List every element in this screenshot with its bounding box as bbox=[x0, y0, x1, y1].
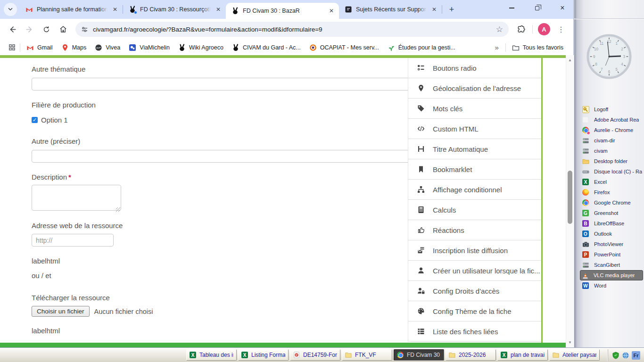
bookmark-civam-du-gard-ac[interactable]: CIVAM du Gard - Ac... bbox=[228, 42, 305, 53]
all-bookmarks-button[interactable]: Tous les favoris bbox=[508, 42, 568, 53]
taskbar-button-fd-civam-30[interactable]: FD Civam 30 : ... bbox=[394, 349, 444, 361]
bookmark-star-icon[interactable]: ☆ bbox=[496, 25, 503, 34]
bookmarks-overflow-button[interactable]: » bbox=[490, 43, 504, 51]
panel-item-thumbs-up[interactable]: Réactions bbox=[408, 220, 541, 240]
language-indicator[interactable]: Fr bbox=[632, 351, 640, 360]
panel-item-user-lock[interactable]: Config Droits d'accès bbox=[408, 281, 541, 301]
minimize-button[interactable] bbox=[505, 2, 518, 14]
address-bar[interactable]: civamgard.fr/agroecologie/?BazaR&vue=for… bbox=[75, 22, 509, 37]
panel-item-code[interactable]: Custom HTML bbox=[408, 119, 541, 139]
taskbar-button-label: Listing Formati... bbox=[251, 352, 285, 358]
bookmark-wiki-agroeco[interactable]: Wiki Agroeco bbox=[174, 42, 228, 53]
bookmark-ocapiat-mes-serv[interactable]: OCAPIAT - Mes serv... bbox=[305, 42, 383, 53]
panel-item-radio-list[interactable]: Boutons radio bbox=[408, 58, 541, 78]
panel-item-heading[interactable]: Titre Automatique bbox=[408, 139, 541, 159]
bookmark-viamichelin[interactable]: ViaMichelin bbox=[124, 42, 174, 53]
svg-text:10: 10 bbox=[594, 47, 599, 51]
desktop-icon-label: ScanGibert bbox=[594, 262, 620, 268]
taskbar-button-de14759-form[interactable]: DE14759-Form... bbox=[290, 349, 340, 361]
desktop-icon-aurelie-chrome[interactable]: Aurelie - Chrome bbox=[574, 125, 644, 135]
panel-item-user[interactable]: Créer un utilisateur lorsque la fic... bbox=[408, 261, 541, 281]
taskbar-button-ftk-vf[interactable]: FTK_VF bbox=[342, 349, 392, 361]
required-asterisk: * bbox=[68, 173, 71, 181]
back-button[interactable] bbox=[5, 22, 20, 37]
tab-close-icon[interactable]: ✕ bbox=[430, 6, 438, 13]
desktop-icon-libreoffbase[interactable]: BLibreOffBase bbox=[574, 218, 644, 229]
desktop-icon-label: VLC media player bbox=[594, 272, 635, 278]
home-button[interactable] bbox=[56, 22, 71, 37]
tab-close-icon[interactable]: ✕ bbox=[111, 6, 119, 13]
desktop-icon-powerpoint[interactable]: PPowerPoint bbox=[574, 249, 644, 260]
tab-4[interactable]: Sujets Récents sur Support - Fo✕ bbox=[339, 0, 442, 19]
panel-item-mail-list[interactable]: Inscription liste diffusion bbox=[408, 240, 541, 261]
desktop-icon-adobe-acrobat-rea[interactable]: Adobe Acrobat Rea bbox=[574, 115, 644, 125]
extensions-icon[interactable] bbox=[513, 22, 528, 37]
panel-item-palette[interactable]: Config Thème de la fiche bbox=[408, 301, 541, 321]
site-info-icon[interactable] bbox=[81, 26, 88, 33]
forward-button[interactable] bbox=[22, 22, 37, 37]
panel-item-th-list[interactable]: Liste des fiches liées bbox=[408, 321, 541, 342]
taskbar-button-2025-2026[interactable]: 2025-2026 bbox=[446, 349, 496, 361]
tab-strip: Planning salle de formation / Li✕FD Civa… bbox=[0, 0, 573, 19]
bookmark-label: Études pour la gesti... bbox=[398, 44, 455, 51]
bookmark-maps[interactable]: Maps bbox=[57, 42, 91, 53]
bookmark-vivea[interactable]: Vivea bbox=[91, 42, 124, 53]
restore-button[interactable] bbox=[531, 2, 543, 14]
tab-close-icon[interactable]: ✕ bbox=[328, 7, 335, 15]
choose-file-button[interactable]: Choisir un fichier bbox=[32, 306, 90, 317]
panel-item-flow[interactable]: Affichage conditionnel bbox=[408, 180, 541, 200]
desktop-icon-vlc-media-player[interactable]: VLC media player bbox=[580, 270, 643, 280]
scroll-up-icon[interactable]: ▲ bbox=[566, 58, 574, 62]
desktop-icon-disque-local-c-ra[interactable]: Disque local (C) - Ra bbox=[574, 166, 644, 177]
desktop-icon-excel[interactable]: XExcel bbox=[574, 177, 644, 187]
desktop-icon-civam-dir[interactable]: civam-dir bbox=[574, 135, 644, 146]
bookmark-tudes-pour-la-gesti[interactable]: Études pour la gesti... bbox=[383, 42, 460, 53]
desktop-icon-logoff[interactable]: Logoff bbox=[574, 104, 644, 115]
panel-item-map-marker[interactable]: Géolocalisation de l'adresse bbox=[408, 78, 541, 99]
page-scrollbar[interactable]: ▲ ▼ bbox=[566, 55, 574, 347]
desktop-icon-label: Firefox bbox=[594, 189, 610, 195]
new-tab-button[interactable]: + bbox=[445, 3, 458, 16]
tab-close-icon[interactable]: ✕ bbox=[215, 6, 222, 13]
tab-2[interactable]: FD Civam 30 : Ressourçothèque✕ bbox=[123, 0, 226, 19]
tab-3[interactable]: FD Civam 30 : BazaR✕ bbox=[226, 3, 339, 19]
desktop-icon-greenshot[interactable]: GGreenshot bbox=[574, 208, 644, 218]
desktop-icon-scangibert[interactable]: ScanGibert bbox=[574, 260, 644, 270]
desktop-icon-desktop-folder[interactable]: Desktop folder bbox=[574, 156, 644, 166]
taskbar-button-plan-de-travail[interactable]: Xplan de travail ... bbox=[497, 349, 548, 361]
option1-checkbox[interactable]: ✓ bbox=[32, 117, 38, 123]
tab-search-button[interactable] bbox=[4, 3, 17, 16]
radio-list-icon bbox=[417, 64, 425, 72]
svg-text:3: 3 bbox=[623, 55, 625, 59]
reload-button[interactable] bbox=[39, 22, 54, 37]
adresse-web-input[interactable] bbox=[32, 234, 114, 247]
scrollbar-thumb[interactable] bbox=[568, 171, 572, 224]
close-button[interactable]: × bbox=[556, 2, 569, 14]
desktop-icon-outlook[interactable]: OOutlook bbox=[574, 229, 644, 239]
desktop-icon-firefox[interactable]: Firefox bbox=[574, 187, 644, 197]
network-tray-icon[interactable] bbox=[622, 352, 629, 359]
panel-item-label: Inscription liste diffusion bbox=[433, 247, 508, 255]
panel-item-bookmark[interactable]: Bookmarklet bbox=[408, 159, 541, 180]
desktop-icon-word[interactable]: WWord bbox=[574, 280, 644, 291]
taskbar-button-atelier-paysan[interactable]: Atelier paysan bbox=[549, 349, 600, 361]
svg-text:8: 8 bbox=[595, 62, 597, 66]
panel-item-tag[interactable]: Mots clés bbox=[408, 99, 541, 119]
antivirus-tray-icon[interactable] bbox=[612, 352, 619, 359]
panel-item-calculator[interactable]: Calculs bbox=[408, 200, 541, 220]
bookmark-gmail[interactable]: Gmail bbox=[22, 42, 57, 53]
tab-1[interactable]: Planning salle de formation / Li✕ bbox=[20, 0, 123, 19]
desktop-icon-civam[interactable]: civam bbox=[574, 146, 644, 156]
desktop-icon-photoviewer[interactable]: PhotoViewer bbox=[574, 239, 644, 249]
scroll-down-icon[interactable]: ▼ bbox=[566, 340, 574, 345]
taskbar-button-listing-formati[interactable]: XListing Formati... bbox=[238, 349, 289, 361]
profile-avatar[interactable]: A bbox=[537, 22, 552, 37]
description-textarea[interactable] bbox=[32, 185, 121, 211]
browser-menu-icon[interactable]: ⋮ bbox=[553, 22, 569, 37]
civam-hand-icon bbox=[178, 44, 186, 51]
resize-grip-icon[interactable] bbox=[116, 207, 120, 212]
apps-grid-icon[interactable] bbox=[6, 41, 18, 54]
desktop-icon-google-chrome[interactable]: Google Chrome bbox=[574, 197, 644, 208]
excel-icon: X bbox=[582, 178, 589, 186]
taskbar-button-tableau-des-in[interactable]: XTableau des in... bbox=[186, 349, 237, 361]
